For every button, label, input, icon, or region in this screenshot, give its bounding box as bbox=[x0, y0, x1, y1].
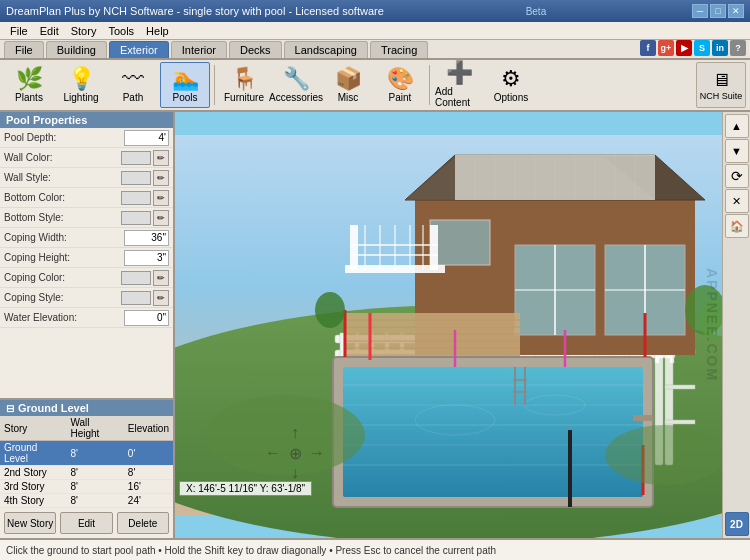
water-elevation-input[interactable] bbox=[124, 310, 169, 326]
app-title: DreamPlan Plus by NCH Software - single … bbox=[6, 5, 384, 17]
tool-plants[interactable]: 🌿 Plants bbox=[4, 62, 54, 108]
minimize-button[interactable]: ─ bbox=[692, 4, 708, 18]
story-row-4th[interactable]: 4th Story 8' 24' bbox=[0, 494, 173, 508]
menu-tools[interactable]: Tools bbox=[102, 24, 140, 38]
tool-pools[interactable]: 🏊 Pools bbox=[160, 62, 210, 108]
nav-right-arrow[interactable]: → bbox=[307, 443, 327, 463]
reset-view-button[interactable]: ✕ bbox=[725, 189, 749, 213]
edit-story-button[interactable]: Edit bbox=[60, 512, 112, 534]
rotate-up-button[interactable]: ▲ bbox=[725, 114, 749, 138]
ground-level-header: ⊟ Ground Level bbox=[0, 400, 173, 416]
pool-properties-header: Pool Properties bbox=[0, 112, 173, 128]
close-button[interactable]: ✕ bbox=[728, 4, 744, 18]
bottom-style-edit-btn[interactable]: ✏ bbox=[153, 210, 169, 226]
skype-icon[interactable]: S bbox=[694, 40, 710, 56]
nch-suite-label: NCH Suite bbox=[700, 91, 743, 101]
window-controls: ─ □ ✕ bbox=[692, 4, 744, 18]
delete-story-button[interactable]: Delete bbox=[117, 512, 169, 534]
coping-color-swatch[interactable] bbox=[121, 271, 151, 285]
youtube-icon[interactable]: ▶ bbox=[676, 40, 692, 56]
view-2d-button[interactable]: 2D bbox=[725, 512, 749, 536]
social-icons: f g+ ▶ S in ? bbox=[640, 40, 750, 58]
tab-file[interactable]: File bbox=[4, 41, 44, 58]
wall-color-edit-btn[interactable]: ✏ bbox=[153, 150, 169, 166]
bottom-color-swatch[interactable] bbox=[121, 191, 151, 205]
tab-building[interactable]: Building bbox=[46, 41, 107, 58]
nav-center[interactable]: ⊕ bbox=[285, 443, 305, 463]
menu-edit[interactable]: Edit bbox=[34, 24, 65, 38]
nav-down-arrow[interactable]: ↓ bbox=[285, 463, 305, 483]
help-icon[interactable]: ? bbox=[730, 40, 746, 56]
coping-height-label: Coping Height: bbox=[4, 252, 124, 263]
bottom-color-label: Bottom Color: bbox=[4, 192, 121, 203]
coping-width-label: Coping Width: bbox=[4, 232, 124, 243]
path-icon: 〰 bbox=[122, 68, 144, 90]
tool-options[interactable]: ⚙ Options bbox=[486, 62, 536, 108]
tool-lighting-label: Lighting bbox=[63, 92, 98, 103]
tab-landscaping[interactable]: Landscaping bbox=[284, 41, 368, 58]
tool-accessories[interactable]: 🔧 Accessories bbox=[271, 62, 321, 108]
tab-exterior[interactable]: Exterior bbox=[109, 41, 169, 58]
nch-suite-button[interactable]: 🖥 NCH Suite bbox=[696, 62, 746, 108]
tool-path[interactable]: 〰 Path bbox=[108, 62, 158, 108]
story-row-2nd[interactable]: 2nd Story 8' 8' bbox=[0, 466, 173, 480]
zoom-house-button[interactable]: 🏠 bbox=[725, 214, 749, 238]
water-elevation-label: Water Elevation: bbox=[4, 312, 124, 323]
story-buttons: New Story Edit Delete bbox=[0, 508, 173, 538]
tool-paint[interactable]: 🎨 Paint bbox=[375, 62, 425, 108]
coping-style-edit-btn[interactable]: ✏ bbox=[153, 290, 169, 306]
pool-depth-input[interactable] bbox=[124, 130, 169, 146]
col-story: Story bbox=[0, 416, 66, 441]
coping-height-input[interactable] bbox=[124, 250, 169, 266]
plants-icon: 🌿 bbox=[16, 68, 43, 90]
tool-options-label: Options bbox=[494, 92, 528, 103]
prop-coping-height: Coping Height: bbox=[0, 248, 173, 268]
tab-interior[interactable]: Interior bbox=[171, 41, 227, 58]
story-row-3rd[interactable]: 3rd Story 8' 16' bbox=[0, 480, 173, 494]
pool-depth-label: Pool Depth: bbox=[4, 132, 124, 143]
story-wall-height-2nd: 8' bbox=[66, 466, 123, 480]
pan-up-button[interactable]: ⟳ bbox=[725, 164, 749, 188]
story-elevation-4th: 24' bbox=[124, 494, 173, 508]
new-story-button[interactable]: New Story bbox=[4, 512, 56, 534]
menu-story[interactable]: Story bbox=[65, 24, 103, 38]
facebook-icon[interactable]: f bbox=[640, 40, 656, 56]
tool-pools-label: Pools bbox=[172, 92, 197, 103]
coping-color-edit-btn[interactable]: ✏ bbox=[153, 270, 169, 286]
story-row-ground[interactable]: Ground Level 8' 0' bbox=[0, 441, 173, 466]
menu-help[interactable]: Help bbox=[140, 24, 175, 38]
scene-svg bbox=[175, 112, 750, 538]
tool-add-content[interactable]: ➕ Add Content bbox=[434, 62, 484, 108]
coping-style-swatch[interactable] bbox=[121, 291, 151, 305]
furniture-icon: 🪑 bbox=[231, 68, 258, 90]
wall-style-swatch[interactable] bbox=[121, 171, 151, 185]
wall-style-label: Wall Style: bbox=[4, 172, 121, 183]
nav-left-arrow[interactable]: ← bbox=[263, 443, 283, 463]
tab-tracing[interactable]: Tracing bbox=[370, 41, 428, 58]
title-bar: DreamPlan Plus by NCH Software - single … bbox=[0, 0, 750, 22]
accessories-icon: 🔧 bbox=[283, 68, 310, 90]
story-name-ground: Ground Level bbox=[0, 441, 66, 466]
tool-misc[interactable]: 📦 Misc bbox=[323, 62, 373, 108]
expand-icon[interactable]: ⊟ bbox=[6, 403, 14, 414]
prop-pool-depth: Pool Depth: bbox=[0, 128, 173, 148]
wall-style-edit-btn[interactable]: ✏ bbox=[153, 170, 169, 186]
coping-width-input[interactable] bbox=[124, 230, 169, 246]
stories-table-header: Story Wall Height Elevation bbox=[0, 416, 173, 441]
linkedin-icon[interactable]: in bbox=[712, 40, 728, 56]
wall-color-swatch[interactable] bbox=[121, 151, 151, 165]
tool-furniture[interactable]: 🪑 Furniture bbox=[219, 62, 269, 108]
menu-bar: File Edit Story Tools Help bbox=[0, 22, 750, 40]
bottom-color-edit-btn[interactable]: ✏ bbox=[153, 190, 169, 206]
google-plus-icon[interactable]: g+ bbox=[658, 40, 674, 56]
maximize-button[interactable]: □ bbox=[710, 4, 726, 18]
nav-up-arrow[interactable]: ↑ bbox=[285, 423, 305, 443]
rotate-down-button[interactable]: ▼ bbox=[725, 139, 749, 163]
menu-file[interactable]: File bbox=[4, 24, 34, 38]
tool-lighting[interactable]: 💡 Lighting bbox=[56, 62, 106, 108]
tab-decks[interactable]: Decks bbox=[229, 41, 282, 58]
story-wall-height-3rd: 8' bbox=[66, 480, 123, 494]
view-area[interactable]: X: 146'-5 11/16" Y: 63'-1/8" ↑ ← ⊕ → ↓ ▲… bbox=[175, 112, 750, 538]
svg-rect-30 bbox=[665, 385, 695, 389]
bottom-style-swatch[interactable] bbox=[121, 211, 151, 225]
